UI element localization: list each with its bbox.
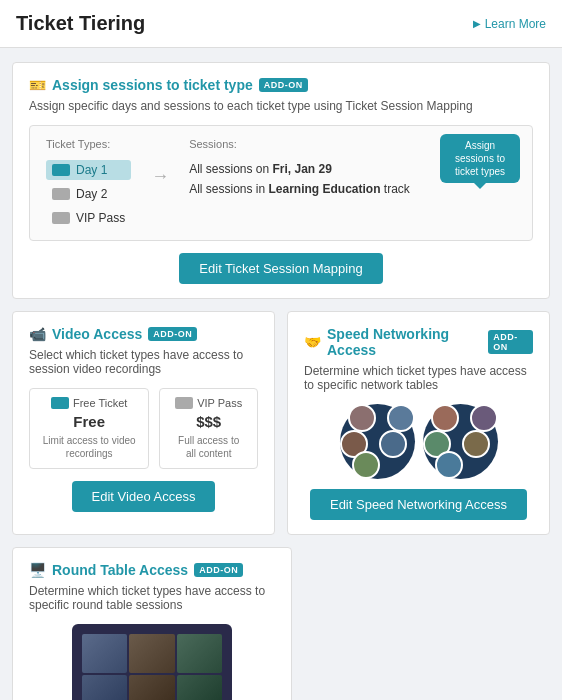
networking-icon: 🤝 [304, 334, 321, 350]
avatar-1 [348, 404, 376, 432]
avatar-9 [462, 430, 490, 458]
video-cell-1 [82, 634, 127, 673]
roundtable-preview [72, 624, 232, 700]
round-table-card: 🖥️ Round Table Access ADD-ON Determine w… [12, 547, 292, 700]
speed-networking-badge: ADD-ON [488, 330, 533, 354]
network-group-right [423, 404, 498, 479]
assign-sessions-header: 🎫 Assign sessions to ticket type ADD-ON [29, 77, 533, 93]
video-access-desc: Select which ticket types have access to… [29, 348, 258, 376]
edit-networking-btn[interactable]: Edit Speed Networking Access [310, 489, 527, 520]
ticket-vip-icon [52, 212, 70, 224]
round-table-desc: Determine which ticket types have access… [29, 584, 275, 612]
video-cell-3 [177, 634, 222, 673]
free-ticket-desc: Limit access to video recordings [42, 434, 136, 460]
edit-ticket-session-btn[interactable]: Edit Ticket Session Mapping [179, 253, 382, 284]
video-cell-2 [129, 634, 174, 673]
ticket-types-label: Ticket Types: [46, 138, 131, 150]
video-grid [82, 634, 222, 700]
video-cell-6 [177, 675, 222, 700]
assign-sessions-desc: Assign specific days and sessions to eac… [29, 99, 533, 113]
vip-ticket-price: $$$ [172, 413, 245, 430]
speed-networking-desc: Determine which ticket types have access… [304, 364, 533, 392]
vip-ticket-box: VIP Pass $$$ Full access to all content [159, 388, 258, 469]
avatar-10 [435, 451, 463, 479]
page-header: Ticket Tiering Learn More [0, 0, 562, 48]
video-icon: 📹 [29, 326, 46, 342]
vip-ticket-header: VIP Pass [172, 397, 245, 409]
session-item-1: All sessions on Fri, Jan 29 [189, 162, 410, 176]
edit-video-btn[interactable]: Edit Video Access [72, 481, 216, 512]
video-access-header: 📹 Video Access ADD-ON [29, 326, 258, 342]
avatar-2 [387, 404, 415, 432]
video-access-card: 📹 Video Access ADD-ON Select which ticke… [12, 311, 275, 535]
callout-bubble: Assign sessions to ticket types [440, 134, 520, 183]
ticket-icon: 🎫 [29, 77, 46, 93]
video-access-title: Video Access [52, 326, 142, 342]
avatar-6 [431, 404, 459, 432]
video-access-badge: ADD-ON [148, 327, 197, 341]
vip-ticket-desc: Full access to all content [172, 434, 245, 460]
avatar-7 [470, 404, 498, 432]
two-col-row: 📹 Video Access ADD-ON Select which ticke… [12, 311, 550, 535]
session-item-2: All sessions in Learning Education track [189, 182, 410, 196]
network-visual [304, 404, 533, 479]
content-area: 🎫 Assign sessions to ticket type ADD-ON … [0, 48, 562, 700]
free-ticket-header: Free Ticket [42, 397, 136, 409]
free-ticket-icon [51, 397, 69, 409]
round-table-icon: 🖥️ [29, 562, 46, 578]
ticket-day1: Day 1 [46, 160, 131, 180]
round-table-title: Round Table Access [52, 562, 188, 578]
assign-sessions-badge: ADD-ON [259, 78, 308, 92]
ticket-day2: Day 2 [46, 184, 131, 204]
assign-sessions-card: 🎫 Assign sessions to ticket type ADD-ON … [12, 62, 550, 299]
video-cell-5 [129, 675, 174, 700]
free-ticket-label: Free Ticket [73, 397, 127, 409]
ticket-comparison: Free Ticket Free Limit access to video r… [29, 388, 258, 469]
ticket-day2-icon [52, 188, 70, 200]
arrow-col: → [151, 138, 169, 187]
page-wrapper: Ticket Tiering Learn More 🎫 Assign sessi… [0, 0, 562, 700]
sessions-column: Sessions: All sessions on Fri, Jan 29 Al… [189, 138, 410, 196]
speed-networking-header: 🤝 Speed Networking Access ADD-ON [304, 326, 533, 358]
ticket-day1-icon [52, 164, 70, 176]
learn-more-link[interactable]: Learn More [473, 17, 546, 31]
ticket-types-column: Ticket Types: Day 1 Day 2 VIP Pass [46, 138, 131, 228]
avatar-5 [352, 451, 380, 479]
vip-ticket-label: VIP Pass [197, 397, 242, 409]
round-table-header: 🖥️ Round Table Access ADD-ON [29, 562, 275, 578]
round-table-badge: ADD-ON [194, 563, 243, 577]
free-ticket-box: Free Ticket Free Limit access to video r… [29, 388, 149, 469]
page-title: Ticket Tiering [16, 12, 145, 35]
sessions-label: Sessions: [189, 138, 410, 150]
speed-networking-card: 🤝 Speed Networking Access ADD-ON Determi… [287, 311, 550, 535]
video-cell-4 [82, 675, 127, 700]
avatar-4 [379, 430, 407, 458]
speed-networking-title: Speed Networking Access [327, 326, 482, 358]
network-group-left [340, 404, 415, 479]
ticket-diagram: Ticket Types: Day 1 Day 2 VIP Pass → [29, 125, 533, 241]
ticket-vip: VIP Pass [46, 208, 131, 228]
assign-sessions-title: Assign sessions to ticket type [52, 77, 253, 93]
vip-ticket-icon [175, 397, 193, 409]
free-ticket-price: Free [42, 413, 136, 430]
